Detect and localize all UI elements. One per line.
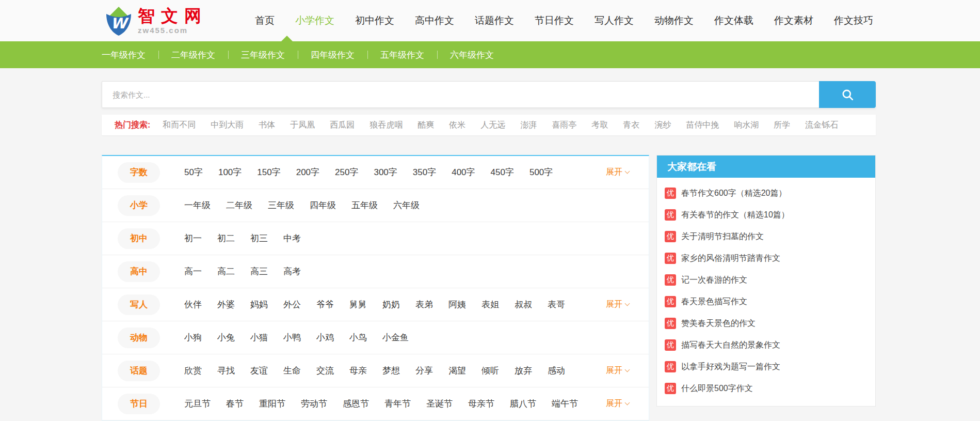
filter-link[interactable]: 表弟 (415, 299, 433, 310)
subnav-grade-5[interactable]: 五年级作文 (367, 49, 437, 61)
filter-link[interactable]: 六年级 (393, 199, 420, 211)
filter-link[interactable]: 350字 (413, 166, 436, 178)
filter-link[interactable]: 四年级 (310, 199, 336, 211)
hot-search-term[interactable]: 涴纱 (654, 120, 671, 131)
sidebar-article-link[interactable]: 关于清明节扫墓的作文 (681, 231, 764, 242)
hot-search-term[interactable]: 西瓜园 (330, 120, 355, 131)
hot-search-term[interactable]: 和而不同 (163, 120, 196, 131)
filter-link[interactable]: 小鸟 (349, 332, 367, 344)
subnav-grade-4[interactable]: 四年级作文 (298, 49, 367, 61)
filter-link[interactable]: 高考 (283, 266, 301, 277)
hot-search-term[interactable]: 于凤凰 (290, 120, 315, 131)
hot-search-term[interactable]: 苗侍中挽 (686, 120, 719, 131)
nav-item-material[interactable]: 作文素材 (774, 14, 813, 27)
filter-link[interactable]: 妈妈 (250, 299, 268, 310)
filter-link[interactable]: 400字 (452, 166, 475, 178)
sidebar-article-item-7[interactable]: 优赞美春天景色的作文 (657, 313, 875, 334)
filter-link[interactable]: 外婆 (217, 299, 235, 310)
filter-link[interactable]: 母亲节 (468, 398, 494, 410)
nav-item-junior-high[interactable]: 初中作文 (355, 14, 394, 27)
filter-link[interactable]: 小金鱼 (382, 332, 409, 344)
filter-link[interactable]: 放弃 (515, 365, 532, 377)
filter-link[interactable]: 劳动节 (301, 398, 327, 410)
filter-link[interactable]: 150字 (257, 166, 280, 178)
filter-link[interactable]: 重阳节 (259, 398, 285, 410)
subnav-grade-6[interactable]: 六年级作文 (437, 49, 507, 61)
filter-category-word-count[interactable]: 字数 (118, 162, 160, 183)
filter-link[interactable]: 圣诞节 (426, 398, 453, 410)
sidebar-article-item-2[interactable]: 优有关春节的作文（精选10篇） (657, 204, 875, 226)
filter-link[interactable]: 春节 (226, 398, 244, 410)
filter-category-topic[interactable]: 话题 (118, 361, 160, 381)
filter-link[interactable]: 元旦节 (184, 398, 211, 410)
filter-link[interactable]: 高一 (184, 266, 202, 277)
filter-link[interactable]: 初三 (250, 232, 268, 244)
sidebar-article-link[interactable]: 赞美春天景色的作文 (681, 318, 756, 329)
sidebar-article-item-10[interactable]: 优什么即景500字作文 (657, 378, 875, 399)
filter-link[interactable]: 200字 (296, 166, 319, 178)
expand-button[interactable]: 展开 (606, 167, 629, 178)
nav-item-festival[interactable]: 节日作文 (535, 14, 574, 27)
hot-search-term[interactable]: 澎湃 (520, 120, 537, 131)
filter-link[interactable]: 奶奶 (382, 299, 400, 310)
filter-category-junior[interactable]: 初中 (118, 228, 160, 249)
hot-search-term[interactable]: 考取 (591, 120, 608, 131)
nav-item-people[interactable]: 写人作文 (595, 14, 634, 27)
sidebar-article-item-6[interactable]: 优春天景色描写作文 (657, 291, 875, 313)
nav-item-genre[interactable]: 作文体载 (714, 14, 753, 27)
hot-search-term[interactable]: 书体 (259, 120, 275, 131)
expand-button[interactable]: 展开 (606, 398, 629, 409)
nav-item-topic[interactable]: 话题作文 (475, 14, 514, 27)
filter-link[interactable]: 感恩节 (343, 398, 369, 410)
filter-link[interactable]: 感动 (548, 365, 565, 377)
filter-link[interactable]: 渴望 (448, 365, 466, 377)
hot-search-term[interactable]: 狼吞虎咽 (369, 120, 403, 131)
subnav-grade-2[interactable]: 二年级作文 (158, 49, 228, 61)
filter-link[interactable]: 分享 (415, 365, 433, 377)
hot-search-term[interactable]: 青衣 (623, 120, 639, 131)
filter-link[interactable]: 母亲 (349, 365, 367, 377)
hot-search-term[interactable]: 中到大雨 (211, 120, 244, 131)
search-button[interactable] (819, 81, 876, 108)
filter-link[interactable]: 小猫 (250, 332, 268, 344)
nav-item-home[interactable]: 首页 (255, 14, 275, 27)
nav-item-senior-high[interactable]: 高中作文 (415, 14, 454, 27)
filter-link[interactable]: 青年节 (384, 398, 411, 410)
hot-search-term[interactable]: 喜雨亭 (552, 120, 576, 131)
filter-link[interactable]: 腊八节 (510, 398, 536, 410)
sidebar-article-item-9[interactable]: 优以拿手好戏为题写一篇作文 (657, 356, 875, 378)
filter-link[interactable]: 表姐 (481, 299, 499, 310)
filter-link[interactable]: 小鸡 (316, 332, 334, 344)
filter-link[interactable]: 倾听 (481, 365, 499, 377)
sidebar-article-link[interactable]: 以拿手好戏为题写一篇作文 (681, 362, 780, 372)
filter-link[interactable]: 二年级 (226, 199, 252, 211)
filter-link[interactable]: 高三 (250, 266, 268, 277)
sidebar-article-link[interactable]: 春节作文600字（精选20篇） (681, 188, 787, 199)
sidebar-article-link[interactable]: 春天景色描写作文 (681, 297, 747, 307)
sidebar-article-item-4[interactable]: 优家乡的风俗清明节踏青作文 (657, 247, 875, 269)
hot-search-term[interactable]: 依米 (449, 120, 465, 131)
filter-link[interactable]: 交流 (316, 365, 334, 377)
filter-category-senior[interactable]: 高中 (118, 261, 160, 282)
sidebar-article-item-3[interactable]: 优关于清明节扫墓的作文 (657, 226, 875, 247)
expand-button[interactable]: 展开 (606, 299, 629, 310)
nav-item-primary-school[interactable]: 小学作文 (295, 14, 334, 27)
filter-link[interactable]: 小兔 (217, 332, 235, 344)
nav-item-skills[interactable]: 作文技巧 (834, 14, 873, 27)
filter-link[interactable]: 伙伴 (184, 299, 202, 310)
sidebar-article-link[interactable]: 描写春天大自然的景象作文 (681, 340, 780, 351)
filter-link[interactable]: 端午节 (552, 398, 578, 410)
filter-link[interactable]: 300字 (374, 166, 397, 178)
filter-link[interactable]: 生命 (283, 365, 301, 377)
filter-link[interactable]: 小鸭 (283, 332, 301, 344)
hot-search-term[interactable]: 酷爽 (417, 120, 434, 131)
filter-link[interactable]: 高二 (217, 266, 235, 277)
filter-link[interactable]: 舅舅 (349, 299, 367, 310)
hot-search-term[interactable]: 所学 (774, 120, 790, 131)
site-logo[interactable]: W 智文网 zw455.com (102, 5, 207, 37)
subnav-grade-1[interactable]: 一年级作文 (102, 49, 158, 61)
filter-link[interactable]: 三年级 (268, 199, 294, 211)
filter-link[interactable]: 五年级 (351, 199, 378, 211)
expand-button[interactable]: 展开 (606, 365, 629, 376)
filter-link[interactable]: 欣赏 (184, 365, 202, 377)
